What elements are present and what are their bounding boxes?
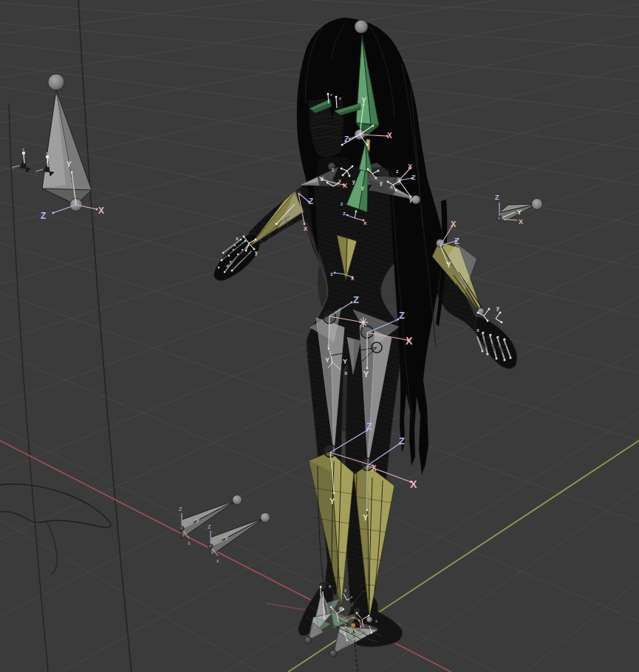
svg-text:X: X bbox=[406, 335, 413, 347]
svg-text:x: x bbox=[363, 220, 367, 226]
svg-text:x: x bbox=[390, 184, 393, 189]
svg-text:X: X bbox=[451, 220, 457, 228]
svg-text:Y: Y bbox=[517, 208, 522, 216]
svg-text:z: z bbox=[330, 271, 333, 277]
svg-text:X: X bbox=[372, 464, 377, 472]
svg-text:y: y bbox=[409, 196, 413, 203]
svg-text:Z: Z bbox=[495, 194, 499, 201]
svg-text:y: y bbox=[361, 185, 364, 191]
svg-text:Z: Z bbox=[208, 523, 211, 530]
svg-text:x: x bbox=[338, 178, 341, 183]
svg-text:Z: Z bbox=[179, 506, 182, 512]
svg-text:y: y bbox=[380, 180, 383, 186]
svg-text:Y: Y bbox=[363, 513, 369, 522]
svg-text:Z: Z bbox=[309, 197, 313, 206]
svg-text:Z: Z bbox=[399, 435, 405, 447]
svg-text:z: z bbox=[332, 167, 335, 172]
svg-text:Y: Y bbox=[343, 358, 347, 365]
svg-text:Y: Y bbox=[446, 261, 451, 269]
svg-text:Z: Z bbox=[41, 211, 46, 221]
svg-text:Y: Y bbox=[361, 97, 366, 105]
svg-text:z: z bbox=[327, 342, 330, 349]
svg-text:X: X bbox=[408, 163, 412, 170]
svg-text:X: X bbox=[343, 182, 347, 189]
svg-text:x: x bbox=[35, 169, 38, 173]
svg-text:x: x bbox=[476, 327, 479, 333]
svg-text:X: X bbox=[387, 132, 392, 140]
svg-text:Z: Z bbox=[344, 135, 349, 143]
svg-text:x: x bbox=[344, 370, 348, 376]
svg-text:Y: Y bbox=[225, 535, 228, 542]
svg-text:Z: Z bbox=[353, 294, 359, 305]
svg-text:Z: Z bbox=[399, 310, 405, 321]
svg-text:X: X bbox=[519, 218, 523, 225]
svg-text:Y: Y bbox=[363, 370, 369, 379]
svg-text:x: x bbox=[351, 275, 355, 282]
svg-text:z: z bbox=[329, 584, 331, 588]
svg-text:Y: Y bbox=[319, 175, 324, 183]
svg-text:y: y bbox=[496, 305, 499, 311]
svg-text:X: X bbox=[410, 478, 417, 490]
svg-text:z: z bbox=[339, 96, 341, 101]
svg-text:z: z bbox=[343, 210, 346, 217]
svg-text:Y: Y bbox=[66, 160, 72, 169]
svg-text:z: z bbox=[46, 151, 48, 155]
svg-text:Y: Y bbox=[196, 517, 199, 524]
svg-text:X: X bbox=[98, 206, 104, 216]
svg-text:y: y bbox=[255, 250, 258, 256]
svg-text:z: z bbox=[22, 147, 24, 152]
svg-text:x: x bbox=[375, 619, 377, 623]
svg-text:x: x bbox=[236, 236, 239, 241]
svg-text:z: z bbox=[396, 169, 399, 174]
svg-text:Y: Y bbox=[325, 356, 329, 364]
svg-text:z: z bbox=[330, 92, 332, 97]
svg-text:Y: Y bbox=[329, 497, 335, 506]
svg-text:y: y bbox=[352, 179, 355, 185]
svg-text:Z: Z bbox=[411, 174, 416, 181]
svg-text:Z: Z bbox=[454, 237, 459, 245]
svg-text:x: x bbox=[12, 165, 14, 169]
svg-text:Z: Z bbox=[366, 421, 372, 432]
svg-text:x: x bbox=[304, 225, 307, 232]
svg-text:y: y bbox=[344, 588, 346, 592]
